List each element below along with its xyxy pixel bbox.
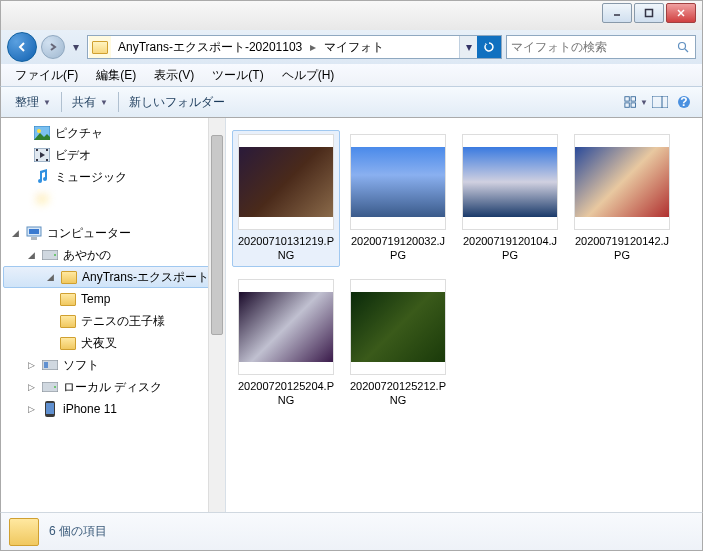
menu-edit[interactable]: 編集(E): [88, 65, 144, 86]
search-input[interactable]: [511, 40, 675, 54]
collapse-icon[interactable]: ◢: [44, 271, 56, 283]
tree-item-pictures[interactable]: ピクチャ: [1, 122, 225, 144]
svg-rect-23: [31, 237, 37, 240]
file-thumbnail[interactable]: 20200719120104.JPG: [456, 130, 564, 267]
collapse-icon[interactable]: ◢: [25, 249, 37, 261]
pictures-icon: [33, 124, 51, 142]
tree-item-soft[interactable]: ▷ソフト: [1, 354, 225, 376]
tree-item-blurred[interactable]: 📁: [1, 188, 225, 210]
folder-icon: [59, 290, 77, 308]
tree-label: ピクチャ: [55, 125, 103, 142]
thumbnail-image: [350, 134, 446, 230]
svg-rect-17: [36, 149, 38, 151]
expand-icon[interactable]: ▷: [25, 381, 37, 393]
drive-icon: [41, 356, 59, 374]
tree-label: AnyTrans-エクスポート-2: [82, 269, 220, 286]
file-name: 20200719120032.JPG: [348, 234, 448, 263]
minimize-button[interactable]: [602, 3, 632, 23]
menu-tools[interactable]: ツール(T): [204, 65, 271, 86]
svg-point-29: [54, 386, 56, 388]
maximize-button[interactable]: [634, 3, 664, 23]
videos-icon: [33, 146, 51, 164]
menu-file[interactable]: ファイル(F): [7, 65, 86, 86]
search-box[interactable]: [506, 35, 696, 59]
preview-pane-button[interactable]: [648, 90, 672, 114]
svg-rect-20: [46, 159, 48, 161]
tree-label: ソフト: [63, 357, 99, 374]
svg-point-15: [37, 129, 41, 133]
refresh-button[interactable]: [477, 36, 501, 58]
navigation-bar: ▾ AnyTrans-エクスポート-20201103 ▸ マイフォト ▾: [0, 30, 703, 64]
collapse-icon[interactable]: ◢: [9, 227, 21, 239]
svg-point-25: [54, 254, 56, 256]
navigation-tree[interactable]: ピクチャ ビデオ ミュージック 📁 ◢コンピューター ◢あやかの ◢AnyTra…: [1, 118, 226, 512]
expand-icon[interactable]: ▷: [25, 359, 37, 371]
file-list[interactable]: 20200710131219.PNG20200719120032.JPG2020…: [226, 118, 702, 512]
thumbnail-image: [238, 134, 334, 230]
file-thumbnail[interactable]: 20200719120142.JPG: [568, 130, 676, 267]
new-folder-button[interactable]: 新しいフォルダー: [121, 90, 233, 115]
menu-help[interactable]: ヘルプ(H): [274, 65, 343, 86]
tree-item-computer[interactable]: ◢コンピューター: [1, 222, 225, 244]
help-button[interactable]: ?: [672, 90, 696, 114]
back-button[interactable]: [7, 32, 37, 62]
file-thumbnail[interactable]: 20200720125212.PNG: [344, 275, 452, 412]
menu-view[interactable]: 表示(V): [146, 65, 202, 86]
tree-label: 犬夜叉: [81, 335, 117, 352]
nav-history-dropdown[interactable]: ▾: [69, 40, 83, 54]
svg-line-5: [685, 49, 688, 52]
menu-bar: ファイル(F) 編集(E) 表示(V) ツール(T) ヘルプ(H): [0, 64, 703, 86]
tree-scrollbar[interactable]: [208, 118, 225, 512]
tree-item-inuyasha[interactable]: 犬夜叉: [1, 332, 225, 354]
address-dropdown[interactable]: ▾: [459, 36, 477, 58]
folder-icon: [89, 36, 111, 58]
address-bar[interactable]: AnyTrans-エクスポート-20201103 ▸ マイフォト ▾: [87, 35, 502, 59]
file-thumbnail[interactable]: 20200720125204.PNG: [232, 275, 340, 412]
title-bar: [0, 0, 703, 30]
expand-placeholder: [43, 315, 55, 327]
share-button[interactable]: 共有 ▼: [64, 90, 116, 115]
search-icon[interactable]: [675, 41, 691, 54]
scrollbar-thumb[interactable]: [211, 135, 223, 335]
forward-button[interactable]: [41, 35, 65, 59]
status-bar: 6 個の項目: [0, 513, 703, 551]
chevron-right-icon[interactable]: ▸: [308, 40, 318, 54]
expand-placeholder: [43, 293, 55, 305]
phone-icon: [41, 400, 59, 418]
separator: [61, 92, 62, 112]
organize-button[interactable]: 整理 ▼: [7, 90, 59, 115]
close-button[interactable]: [666, 3, 696, 23]
file-thumbnail[interactable]: 20200710131219.PNG: [232, 130, 340, 267]
tree-label: iPhone 11: [63, 402, 117, 416]
tree-label: コンピューター: [47, 225, 131, 242]
svg-rect-31: [46, 403, 54, 414]
view-options-button[interactable]: ▼: [624, 90, 648, 114]
tree-item-temp[interactable]: Temp: [1, 288, 225, 310]
tree-item-anytrans[interactable]: ◢AnyTrans-エクスポート-2: [3, 266, 223, 288]
tree-item-localdisk[interactable]: ▷ローカル ディスク: [1, 376, 225, 398]
svg-rect-10: [652, 96, 668, 108]
breadcrumb-segment[interactable]: AnyTrans-エクスポート-20201103: [112, 36, 308, 58]
svg-rect-18: [46, 149, 48, 151]
music-icon: [33, 168, 51, 186]
breadcrumb-segment[interactable]: マイフォト: [318, 36, 390, 58]
file-name: 20200719120104.JPG: [460, 234, 560, 263]
tree-item-music[interactable]: ミュージック: [1, 166, 225, 188]
expand-icon[interactable]: ▷: [25, 403, 37, 415]
tree-item-iphone[interactable]: ▷iPhone 11: [1, 398, 225, 420]
tree-label: テニスの王子様: [81, 313, 165, 330]
tree-item-videos[interactable]: ビデオ: [1, 144, 225, 166]
tree-item-tennis[interactable]: テニスの王子様: [1, 310, 225, 332]
tree-label: Temp: [81, 292, 110, 306]
folder-icon: [9, 518, 39, 546]
tree-item-drive[interactable]: ◢あやかの: [1, 244, 225, 266]
computer-icon: [25, 224, 43, 242]
command-bar: 整理 ▼ 共有 ▼ 新しいフォルダー ▼ ?: [0, 86, 703, 118]
svg-rect-7: [631, 97, 635, 101]
folder-icon: [59, 334, 77, 352]
drive-icon: [41, 378, 59, 396]
thumbnail-image: [462, 134, 558, 230]
file-name: 20200719120142.JPG: [572, 234, 672, 263]
file-thumbnail[interactable]: 20200719120032.JPG: [344, 130, 452, 267]
tree-label: [55, 191, 67, 208]
